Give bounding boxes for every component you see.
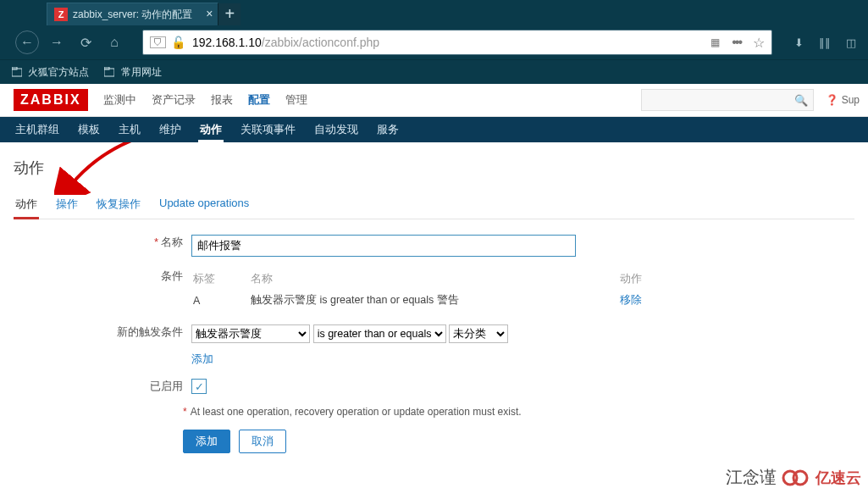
enabled-checkbox[interactable]: ✓ bbox=[191, 379, 207, 394]
search-box[interactable]: 🔍 bbox=[641, 89, 814, 111]
bookmark-link-2[interactable]: 常用网址 bbox=[104, 65, 161, 80]
insecure-icon[interactable]: 🔓 bbox=[171, 36, 185, 49]
favicon-icon: Z bbox=[54, 8, 68, 21]
svg-point-5 bbox=[793, 471, 807, 485]
brand-logo-icon bbox=[782, 469, 810, 487]
tab-action[interactable]: 动作 bbox=[14, 191, 39, 219]
add-button[interactable]: 添加 bbox=[183, 430, 230, 453]
subnav-actions[interactable]: 动作 bbox=[198, 118, 224, 142]
back-button[interactable]: ← bbox=[15, 30, 39, 54]
downloads-icon[interactable]: ⬇ bbox=[794, 36, 804, 49]
subnav-services[interactable]: 服务 bbox=[375, 118, 401, 142]
tab-recovery-operations[interactable]: 恢复操作 bbox=[95, 191, 142, 219]
bookmark-link-1[interactable]: 火狐官方站点 bbox=[12, 65, 89, 80]
newcondition-type-select[interactable]: 触发器示警度 bbox=[191, 324, 310, 343]
home-button[interactable]: ⌂ bbox=[103, 31, 125, 53]
newcondition-value-select[interactable]: 未分类 bbox=[449, 324, 508, 343]
nav-configuration[interactable]: 配置 bbox=[248, 92, 270, 108]
browser-tab[interactable]: Z zabbix_server: 动作的配置 × bbox=[47, 3, 218, 25]
cond-col-action: 动作 bbox=[600, 270, 647, 291]
subnav-correlation[interactable]: 关联项事件 bbox=[239, 118, 297, 142]
search-icon[interactable]: 🔍 bbox=[794, 94, 808, 107]
bookmark-star-icon[interactable]: ☆ bbox=[753, 35, 765, 51]
close-icon[interactable]: × bbox=[206, 8, 213, 19]
watermark: 江念谨 亿速云 bbox=[726, 466, 861, 488]
newcondition-add-link[interactable]: 添加 bbox=[191, 352, 213, 367]
more-icon[interactable]: ••• bbox=[732, 35, 741, 50]
subnav-discovery[interactable]: 自动发现 bbox=[312, 118, 360, 142]
cond-col-name: 名称 bbox=[251, 270, 598, 291]
tab-update-operations[interactable]: Update operations bbox=[158, 191, 251, 219]
qr-icon[interactable]: ▦ bbox=[710, 36, 720, 48]
new-tab-button[interactable]: + bbox=[218, 3, 240, 25]
condition-tag: A bbox=[193, 293, 249, 311]
name-input[interactable] bbox=[191, 235, 576, 257]
condition-remove-link[interactable]: 移除 bbox=[620, 294, 642, 306]
nav-administration[interactable]: 管理 bbox=[285, 92, 307, 108]
search-input[interactable] bbox=[647, 93, 794, 107]
subnav-hosts[interactable]: 主机 bbox=[117, 118, 142, 142]
bookmark-bar: 火狐官方站点 常用网址 bbox=[0, 59, 868, 84]
cancel-button[interactable]: 取消 bbox=[239, 430, 286, 453]
user-menu[interactable]: ❓ Sup bbox=[826, 94, 860, 106]
url-bar[interactable]: ⛉ 🔓 192.168.1.10/zabbix/actionconf.php ▦… bbox=[142, 30, 772, 55]
zabbix-logo[interactable]: ZABBIX bbox=[14, 89, 88, 111]
library-icon[interactable]: ∥∥ bbox=[819, 36, 831, 49]
url-path: /zabbix/actionconf.php bbox=[262, 36, 379, 49]
enabled-label: 已启用 bbox=[150, 380, 183, 392]
conditions-label: 条件 bbox=[161, 269, 183, 282]
cond-col-tag: 标签 bbox=[193, 270, 249, 291]
support-icon: ❓ bbox=[826, 94, 838, 106]
name-label: 名称 bbox=[161, 236, 183, 248]
tab-operations[interactable]: 操作 bbox=[54, 191, 80, 219]
nav-inventory[interactable]: 资产记录 bbox=[152, 92, 196, 108]
nav-monitoring[interactable]: 监测中 bbox=[103, 92, 136, 108]
newcondition-label: 新的触发条件 bbox=[117, 325, 183, 338]
validation-note: *At least one operation, recovery operat… bbox=[183, 406, 854, 418]
condition-name: 触发器示警度 is greater than or equals 警告 bbox=[251, 293, 598, 311]
tab-title: zabbix_server: 动作的配置 bbox=[73, 8, 192, 22]
url-host: 192.168.1.10 bbox=[192, 36, 262, 49]
subnav-maintenance[interactable]: 维护 bbox=[158, 118, 183, 142]
nav-reports[interactable]: 报表 bbox=[211, 92, 233, 108]
forward-button[interactable]: → bbox=[46, 31, 68, 53]
form-tabs: 动作 操作 恢复操作 Update operations bbox=[14, 191, 854, 219]
subnav-hostgroups[interactable]: 主机群组 bbox=[14, 118, 61, 142]
sidebar-icon[interactable]: ◫ bbox=[846, 36, 856, 49]
top-nav: 监测中 资产记录 报表 配置 管理 bbox=[103, 92, 307, 108]
newcondition-op-select[interactable]: is greater than or equals bbox=[313, 324, 446, 343]
sub-nav: 主机群组 模板 主机 维护 动作 关联项事件 自动发现 服务 bbox=[0, 117, 868, 142]
condition-row: A 触发器示警度 is greater than or equals 警告 移除 bbox=[193, 293, 647, 311]
reload-button[interactable]: ⟳ bbox=[75, 31, 97, 53]
shield-icon[interactable]: ⛉ bbox=[150, 36, 166, 48]
subnav-templates[interactable]: 模板 bbox=[76, 118, 102, 142]
page-title: 动作 bbox=[14, 158, 854, 178]
